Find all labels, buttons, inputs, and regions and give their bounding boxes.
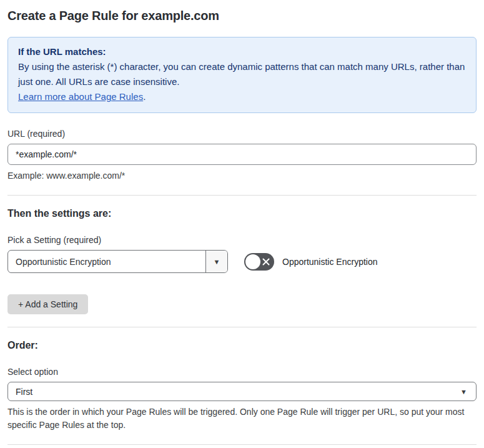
- settings-section-heading: Then the settings are:: [7, 208, 477, 219]
- divider: [7, 195, 477, 196]
- toggle-label: Opportunistic Encryption: [282, 257, 378, 267]
- url-example-helper: Example: www.example.com/*: [7, 169, 477, 182]
- setting-row: Opportunistic Encryption ▼ Opportunistic…: [7, 250, 477, 273]
- url-field-label: URL (required): [7, 129, 477, 139]
- url-match-info-box: If the URL matches: By using the asteris…: [7, 37, 477, 113]
- info-box-link-line: Learn more about Page Rules.: [18, 89, 466, 104]
- pick-setting-label: Pick a Setting (required): [7, 235, 477, 245]
- divider: [7, 444, 477, 445]
- add-setting-button[interactable]: + Add a Setting: [7, 294, 88, 314]
- toggle-knob: [245, 254, 260, 269]
- order-helper-text: This is the order in which your Page Rul…: [7, 406, 477, 432]
- order-select-value: First: [16, 387, 32, 397]
- info-box-heading: If the URL matches:: [18, 44, 466, 59]
- create-page-rule-panel: Create a Page Rule for example.com If th…: [0, 0, 484, 448]
- setting-dropdown-value: Opportunistic Encryption: [8, 251, 205, 272]
- learn-more-link[interactable]: Learn more about Page Rules: [18, 91, 143, 102]
- order-select[interactable]: First ▼: [7, 382, 477, 401]
- toggle-x-icon: [262, 258, 270, 266]
- order-select-label: Select option: [7, 367, 477, 377]
- divider: [7, 327, 477, 327]
- opportunistic-encryption-toggle[interactable]: [244, 253, 274, 271]
- setting-dropdown[interactable]: Opportunistic Encryption ▼: [7, 250, 228, 273]
- page-title: Create a Page Rule for example.com: [7, 9, 477, 23]
- info-box-body: By using the asterisk (*) character, you…: [18, 59, 466, 89]
- url-input[interactable]: [7, 144, 477, 165]
- link-suffix: .: [143, 91, 146, 102]
- dropdown-caret-icon[interactable]: ▼: [205, 251, 227, 272]
- select-caret-icon: ▼: [460, 388, 468, 396]
- order-section-heading: Order:: [7, 340, 477, 351]
